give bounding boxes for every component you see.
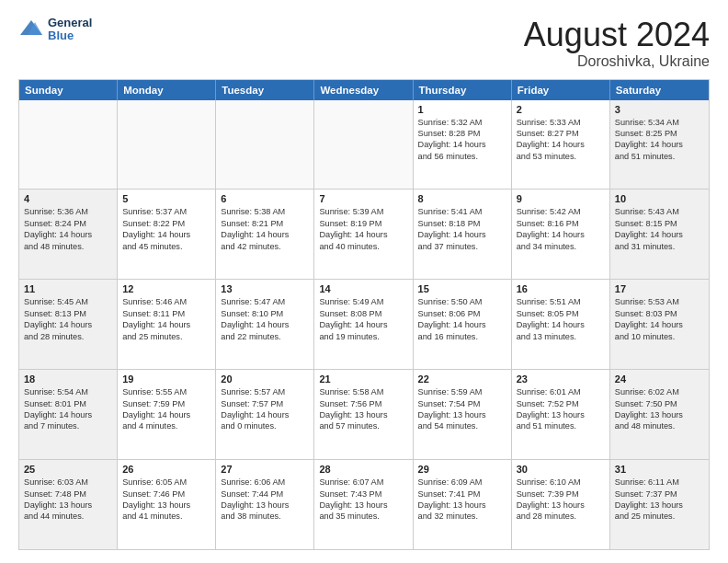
cell-info-line: Sunrise: 5:57 AM: [221, 386, 309, 397]
cell-info-line: Daylight: 13 hours: [418, 500, 506, 511]
cell-info-line: and 41 minutes.: [122, 511, 210, 522]
cell-info-line: Sunrise: 6:11 AM: [615, 477, 704, 488]
cell-info-line: Sunrise: 5:32 AM: [418, 117, 506, 128]
cell-info-line: Sunset: 7:54 PM: [418, 398, 506, 409]
cell-info-line: Sunrise: 6:09 AM: [418, 477, 506, 488]
cell-info-line: Sunset: 8:22 PM: [122, 218, 210, 229]
header-friday: Friday: [512, 80, 610, 100]
cell-info-line: Daylight: 14 hours: [615, 139, 704, 150]
cell-info-line: Sunrise: 6:05 AM: [122, 477, 210, 488]
day-number: 9: [517, 193, 605, 204]
cell-info-line: Sunrise: 5:50 AM: [418, 296, 506, 307]
day-number: 17: [615, 283, 704, 294]
cell-info-line: Sunrise: 6:01 AM: [517, 386, 605, 397]
cell-info-line: Sunset: 7:52 PM: [517, 398, 605, 409]
calendar-cell-r3-c3: 21Sunrise: 5:58 AMSunset: 7:56 PMDayligh…: [314, 370, 413, 459]
cell-info-line: Sunset: 8:06 PM: [418, 308, 506, 319]
day-number: 20: [221, 373, 309, 385]
cell-info-line: Daylight: 13 hours: [615, 500, 704, 511]
calendar-cell-r2-c2: 13Sunrise: 5:47 AMSunset: 8:10 PMDayligh…: [216, 280, 314, 369]
cell-info-line: Sunrise: 5:49 AM: [319, 296, 407, 307]
day-number: 1: [418, 104, 506, 115]
cell-info-line: and 34 minutes.: [517, 241, 605, 252]
cell-info-line: Sunset: 8:03 PM: [615, 308, 704, 319]
day-number: 12: [122, 283, 210, 294]
cell-info-line: Sunset: 8:18 PM: [418, 218, 506, 229]
cell-info-line: and 22 minutes.: [221, 331, 309, 342]
calendar-cell-r4-c4: 29Sunrise: 6:09 AMSunset: 7:41 PMDayligh…: [414, 460, 512, 549]
cell-info-line: Daylight: 13 hours: [418, 409, 506, 420]
day-number: 11: [24, 283, 112, 294]
cell-info-line: and 13 minutes.: [517, 331, 605, 342]
calendar-body: 1Sunrise: 5:32 AMSunset: 8:28 PMDaylight…: [19, 100, 709, 549]
calendar: Sunday Monday Tuesday Wednesday Thursday…: [18, 79, 710, 550]
day-number: 21: [319, 373, 407, 385]
cell-info-line: and 48 minutes.: [615, 420, 704, 431]
cell-info-line: and 38 minutes.: [221, 511, 309, 522]
cell-info-line: Daylight: 13 hours: [122, 500, 210, 511]
cell-info-line: Sunset: 8:28 PM: [418, 128, 506, 139]
calendar-row-3: 18Sunrise: 5:54 AMSunset: 8:01 PMDayligh…: [19, 370, 709, 460]
cell-info-line: and 7 minutes.: [24, 420, 112, 431]
calendar-cell-r3-c6: 24Sunrise: 6:02 AMSunset: 7:50 PMDayligh…: [610, 370, 709, 459]
cell-info-line: Sunset: 8:05 PM: [517, 308, 605, 319]
cell-info-line: Sunrise: 5:36 AM: [24, 206, 112, 217]
cell-info-line: and 25 minutes.: [122, 331, 210, 342]
cell-info-line: and 57 minutes.: [319, 420, 407, 431]
cell-info-line: Sunset: 7:46 PM: [122, 488, 210, 500]
cell-info-line: Daylight: 13 hours: [615, 409, 704, 420]
cell-info-line: Sunrise: 5:37 AM: [122, 206, 210, 217]
cell-info-line: Sunrise: 5:55 AM: [122, 386, 210, 397]
day-number: 14: [319, 283, 407, 294]
cell-info-line: Sunset: 7:43 PM: [319, 488, 407, 500]
cell-info-line: Sunset: 7:57 PM: [221, 398, 309, 409]
title-block: August 2024 Doroshivka, Ukraine: [524, 17, 710, 70]
cell-info-line: and 32 minutes.: [418, 511, 506, 522]
cell-info-line: Sunrise: 5:47 AM: [221, 296, 309, 307]
logo-text: General Blue: [48, 17, 92, 43]
cell-info-line: Sunrise: 5:53 AM: [615, 296, 704, 307]
day-number: 24: [615, 373, 704, 385]
day-number: 3: [615, 104, 704, 115]
cell-info-line: Sunset: 7:44 PM: [221, 488, 309, 500]
cell-info-line: and 45 minutes.: [122, 241, 210, 252]
cell-info-line: Sunrise: 6:07 AM: [319, 477, 407, 488]
day-number: 10: [615, 193, 704, 204]
day-number: 29: [418, 464, 506, 475]
cell-info-line: Sunset: 8:16 PM: [517, 218, 605, 229]
header-thursday: Thursday: [414, 80, 512, 100]
cell-info-line: Daylight: 14 hours: [122, 229, 210, 240]
cell-info-line: Daylight: 14 hours: [418, 139, 506, 150]
day-number: 27: [221, 464, 309, 475]
calendar-cell-r3-c1: 19Sunrise: 5:55 AMSunset: 7:59 PMDayligh…: [118, 370, 216, 459]
cell-info-line: Sunrise: 5:46 AM: [122, 296, 210, 307]
cell-info-line: Daylight: 14 hours: [122, 409, 210, 420]
cell-info-line: and 37 minutes.: [418, 241, 506, 252]
cell-info-line: Daylight: 14 hours: [418, 229, 506, 240]
header-sunday: Sunday: [19, 80, 118, 100]
calendar-cell-r4-c3: 28Sunrise: 6:07 AMSunset: 7:43 PMDayligh…: [314, 460, 413, 549]
day-number: 23: [517, 373, 605, 385]
day-number: 6: [221, 193, 309, 204]
cell-info-line: Sunset: 8:10 PM: [221, 308, 309, 319]
cell-info-line: Sunset: 7:39 PM: [517, 488, 605, 500]
cell-info-line: Daylight: 14 hours: [24, 229, 112, 240]
calendar-cell-r0-c2: [216, 100, 314, 190]
header: General Blue August 2024 Doroshivka, Ukr…: [18, 17, 710, 70]
cell-info-line: Sunset: 7:41 PM: [418, 488, 506, 500]
calendar-cell-r2-c5: 16Sunrise: 5:51 AMSunset: 8:05 PMDayligh…: [512, 280, 610, 369]
cell-info-line: Daylight: 14 hours: [615, 319, 704, 330]
calendar-cell-r1-c5: 9Sunrise: 5:42 AMSunset: 8:16 PMDaylight…: [512, 190, 610, 279]
cell-info-line: Daylight: 14 hours: [24, 319, 112, 330]
cell-info-line: and 0 minutes.: [221, 420, 309, 431]
day-number: 30: [517, 464, 605, 475]
cell-info-line: Sunset: 8:13 PM: [24, 308, 112, 319]
cell-info-line: Sunrise: 6:10 AM: [517, 477, 605, 488]
cell-info-line: Sunrise: 5:45 AM: [24, 296, 112, 307]
day-number: 26: [122, 464, 210, 475]
cell-info-line: Sunset: 7:50 PM: [615, 398, 704, 409]
cell-info-line: Sunset: 7:37 PM: [615, 488, 704, 500]
calendar-row-1: 4Sunrise: 5:36 AMSunset: 8:24 PMDaylight…: [19, 190, 709, 280]
cell-info-line: Daylight: 14 hours: [221, 319, 309, 330]
cell-info-line: Sunrise: 5:59 AM: [418, 386, 506, 397]
